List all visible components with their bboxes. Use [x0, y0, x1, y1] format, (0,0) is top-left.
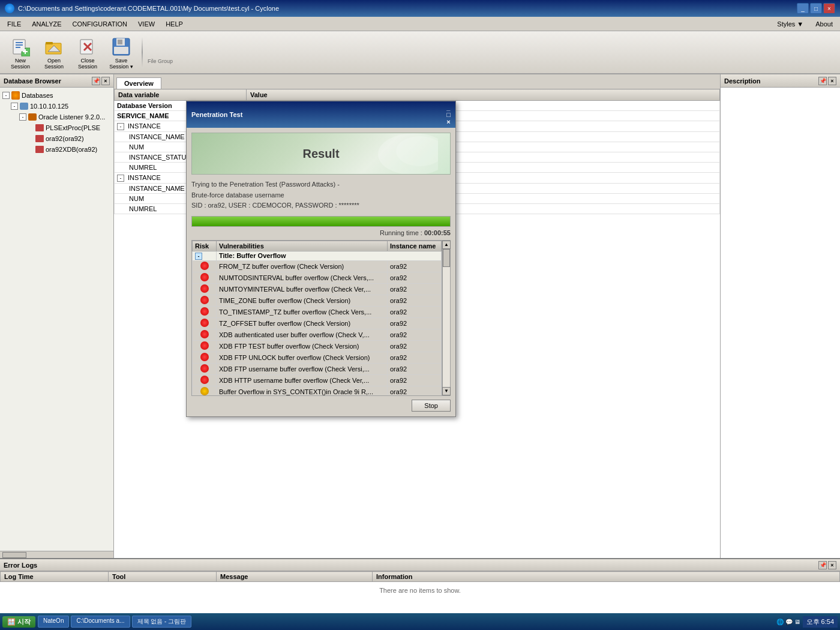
ora92-icon	[35, 134, 44, 143]
risk-cell	[193, 340, 217, 352]
risk-icon-red	[200, 319, 209, 327]
section-expand-cell[interactable]: -	[193, 251, 217, 260]
section-expand-icon[interactable]: -	[195, 253, 202, 260]
vuln-instance: ora92	[388, 340, 442, 352]
start-button[interactable]: 🪟 시작	[2, 616, 35, 628]
vuln-row[interactable]: XDB HTTP username buffer overflow (Check…	[193, 374, 442, 386]
tree-plsextproc[interactable]: PLSExtProc(PLSE	[2, 122, 111, 133]
open-session-button[interactable]: OpenSession	[38, 34, 70, 70]
tree-ora92xdb[interactable]: ora92XDB(ora92)	[2, 144, 111, 155]
menu-view[interactable]: VIEW	[133, 19, 160, 29]
vuln-col-risk: Risk	[193, 241, 217, 251]
risk-icon-red	[200, 364, 209, 373]
close-session-button[interactable]: CloseSession	[72, 34, 103, 70]
vuln-section-header[interactable]: - Title: Buffer Overflow	[193, 251, 442, 260]
dialog-minimize[interactable]: _	[446, 104, 451, 111]
risk-cell	[193, 374, 217, 386]
maximize-button[interactable]: □	[810, 3, 822, 14]
error-logs-header: Error Logs 📌 ×	[0, 559, 840, 571]
vuln-name: Buffer Overflow in SYS_CONTEXT()in Oracl…	[217, 386, 388, 396]
stop-button[interactable]: Stop	[412, 400, 451, 412]
desc-close[interactable]: ×	[828, 77, 836, 85]
tab-overview[interactable]: Overview	[116, 77, 161, 89]
vuln-row[interactable]: TIME_ZONE buffer overflow (Check Version…	[193, 295, 442, 306]
vuln-name: XDB FTP username buffer overflow (Check …	[217, 363, 388, 374]
window-title: C:\Documents and Settings\coderant.CODEM…	[18, 5, 279, 12]
menu-analyze[interactable]: ANALYZE	[27, 19, 66, 29]
vuln-row[interactable]: FROM_TZ buffer overflow (Check Version) …	[193, 260, 442, 272]
svg-rect-15	[118, 40, 122, 44]
vuln-row[interactable]: XDB FTP username buffer overflow (Check …	[193, 363, 442, 374]
info-line-0: Trying to the Penetration Test (Password…	[191, 179, 451, 190]
desc-content	[721, 88, 840, 558]
col-tool: Tool	[109, 572, 217, 582]
vuln-row[interactable]: XDB FTP UNLOCK buffer overflow (Check Ve…	[193, 352, 442, 363]
risk-cell	[193, 295, 217, 306]
vuln-row[interactable]: TZ_OFFSET buffer overflow (Check Version…	[193, 317, 442, 329]
menu-styles[interactable]: Styles ▼	[772, 19, 808, 29]
tree-databases[interactable]: - Databases	[2, 90, 111, 101]
progress-bar-bg	[191, 216, 451, 227]
new-session-icon	[11, 37, 30, 56]
tree-server[interactable]: - 10.10.10.125	[2, 101, 111, 112]
vuln-row[interactable]: XDB FTP TEST buffer overflow (Check Vers…	[193, 340, 442, 352]
save-session-button[interactable]: SaveSession ▾	[106, 34, 137, 70]
taskbar-item-docs[interactable]: C:\Documents a...	[71, 616, 130, 628]
running-time-label: Running time :	[380, 229, 422, 236]
expand-instance2[interactable]: -	[117, 175, 124, 182]
desc-panel-header: Description 📌 ×	[721, 74, 840, 88]
risk-icon-red	[200, 262, 209, 270]
expand-oracle[interactable]: -	[19, 113, 26, 121]
menu-help[interactable]: HELP	[161, 19, 188, 29]
expand-databases[interactable]: -	[2, 92, 10, 99]
db-hscroll[interactable]	[0, 551, 113, 558]
vuln-row[interactable]: XDB authenticated user buffer overflow (…	[193, 329, 442, 340]
risk-icon-red	[200, 330, 209, 338]
risk-cell	[193, 272, 217, 283]
taskbar-item-paint[interactable]: 제목 없음 - 그림판	[132, 616, 192, 628]
error-logs-close[interactable]: ×	[828, 561, 836, 569]
vuln-row[interactable]: NUMTODSINTERVAL buffer overflow (Check V…	[193, 272, 442, 283]
new-session-button[interactable]: NewSession	[5, 34, 36, 70]
scroll-up-arrow[interactable]: ▲	[442, 241, 451, 249]
vuln-row[interactable]: Buffer Overflow in SYS_CONTEXT()in Oracl…	[193, 386, 442, 396]
vuln-table-scroll[interactable]: Risk Vulnerabilities Instance name	[191, 240, 442, 396]
menu-file[interactable]: FILE	[2, 19, 26, 29]
dialog-maximize[interactable]: □	[446, 111, 451, 118]
risk-cell	[193, 329, 217, 340]
server-label: 10.10.10.125	[30, 103, 68, 110]
tray-time: 오후 6:54	[803, 616, 838, 628]
scroll-thumb[interactable]	[443, 249, 450, 267]
menu-configuration[interactable]: CONFIGURATION	[68, 19, 132, 29]
vuln-name: FROM_TZ buffer overflow (Check Version)	[217, 260, 388, 272]
db-browser-pin[interactable]: 📌	[92, 77, 100, 85]
dialog-titlebar: Penetration Test _ □ ×	[187, 101, 455, 128]
vuln-instance: ora92	[388, 283, 442, 295]
vuln-row[interactable]: NUMTOYMINTERVAL buffer overflow (Check V…	[193, 283, 442, 295]
data-table-area[interactable]: Data variable Value Database Version Ora…	[114, 89, 720, 558]
close-button[interactable]: ×	[823, 3, 835, 14]
minimize-button[interactable]: _	[797, 3, 809, 14]
vuln-row[interactable]: TO_TIMESTAMP_TZ buffer overflow (Check V…	[193, 306, 442, 317]
file-group-label: File Group	[148, 58, 173, 64]
ora92xdb-label: ora92XDB(ora92)	[46, 146, 97, 153]
result-label: Result	[302, 147, 339, 161]
desc-pin[interactable]: 📌	[818, 77, 827, 85]
col-message: Message	[217, 572, 373, 582]
db-tree: - Databases - 10.10.10.125 - Oracle List…	[0, 88, 113, 551]
dialog-scrollbar[interactable]: ▲ ▼	[442, 240, 451, 396]
db-browser-close[interactable]: ×	[101, 77, 110, 85]
close-session-icon	[78, 37, 97, 56]
taskbar-item-nateon[interactable]: NateOn	[38, 616, 69, 628]
tree-ora92[interactable]: ora92(ora92)	[2, 133, 111, 144]
expand-server[interactable]: -	[11, 103, 18, 110]
error-logs-pin[interactable]: 📌	[818, 561, 827, 569]
expand-instance1[interactable]: -	[117, 123, 124, 130]
tree-oracle-listener[interactable]: - Oracle Listener 9.2.0...	[2, 112, 111, 122]
new-session-label: NewSession	[11, 58, 30, 70]
menu-about[interactable]: About	[811, 19, 838, 29]
svg-rect-2	[16, 44, 23, 46]
scroll-down-arrow[interactable]: ▼	[442, 387, 451, 395]
risk-icon-red	[200, 273, 209, 281]
dialog-close[interactable]: ×	[446, 118, 451, 125]
